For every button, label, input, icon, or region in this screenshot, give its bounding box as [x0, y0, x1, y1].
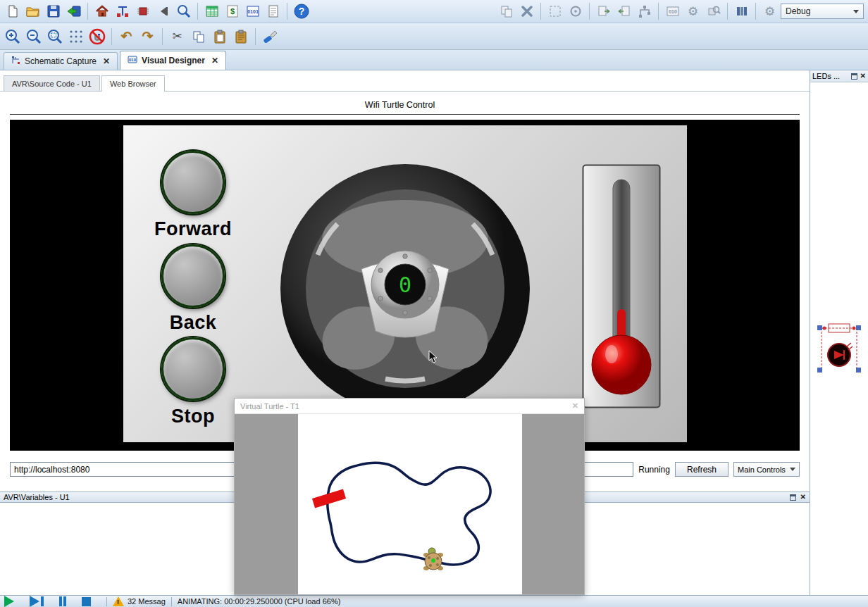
memory-icon[interactable]: [732, 2, 751, 21]
grid-icon[interactable]: [66, 27, 85, 46]
turtle-path: [328, 463, 490, 565]
led-schematic-preview: [816, 318, 862, 380]
debug-selector[interactable]: Debug: [781, 4, 864, 19]
leds-panel: LEDs ... ✕: [810, 70, 868, 595]
tab-visual-designer[interactable]: 010 Visual Designer ✕: [120, 51, 226, 70]
open-folder-icon[interactable]: [23, 2, 42, 21]
wheel-value: 0: [399, 273, 411, 297]
svg-text:$: $: [230, 7, 234, 15]
message-log-button[interactable]: ! 32 Messag: [113, 596, 166, 606]
application-window: $ 0101 ? 010 ⚙ ⚙ Debug ↶: [0, 0, 868, 607]
pause-button[interactable]: [59, 596, 66, 606]
zoom-in-icon[interactable]: [3, 27, 22, 46]
svg-text:?: ?: [298, 6, 304, 17]
bom-dollar-icon[interactable]: $: [223, 2, 242, 21]
play-button[interactable]: [4, 596, 14, 607]
status-bar: ! 32 Messag ANIMATING: 00:00:29.250000 (…: [0, 595, 868, 607]
mouse-cursor: [428, 350, 439, 364]
probe-tool-icon[interactable]: [261, 27, 280, 46]
undo-icon[interactable]: ↶: [117, 27, 136, 46]
steering-wheel[interactable]: 0: [280, 163, 531, 414]
title-divider: [10, 114, 800, 115]
dock-icon[interactable]: [851, 73, 857, 80]
tab-source-code[interactable]: AVR\Source Code - U1: [4, 75, 100, 91]
close-icon[interactable]: ✕: [860, 73, 866, 80]
notes-icon[interactable]: [264, 2, 283, 21]
spreadsheet-icon[interactable]: [202, 2, 221, 21]
turtle-sprite: [423, 548, 443, 570]
branch-icon[interactable]: [635, 2, 654, 21]
new-file-icon[interactable]: [3, 2, 22, 21]
thermometer-gauge: [582, 164, 661, 408]
back-label: Back: [123, 312, 264, 334]
virtual-turtle-body: [235, 414, 584, 594]
import-page-icon[interactable]: [614, 2, 633, 21]
tab-label: Web Browser: [110, 80, 156, 88]
save-icon[interactable]: [44, 2, 63, 21]
warning-icon: !: [113, 596, 124, 606]
svg-text:0101: 0101: [247, 9, 259, 14]
tab-web-browser[interactable]: Web Browser: [101, 75, 165, 92]
copy-icon[interactable]: [189, 27, 208, 46]
chevron-down-icon: [790, 468, 795, 471]
debug-selector-label: Debug: [786, 6, 810, 16]
controls-selector-label: Main Controls: [738, 465, 786, 474]
tab-label: Visual Designer: [142, 56, 205, 65]
frame-icon[interactable]: [545, 2, 564, 21]
home-icon[interactable]: [92, 2, 111, 21]
document-tab-bar: AVR\Source Code - U1 Web Browser: [0, 70, 810, 92]
help-icon[interactable]: ?: [292, 2, 311, 21]
chevron-down-icon: [853, 10, 859, 13]
target-icon[interactable]: [566, 2, 585, 21]
close-icon[interactable]: ✕: [572, 401, 578, 411]
svg-text:010: 010: [669, 9, 677, 14]
animation-status: ANIMATING: 00:00:29.250000 (CPU load 66%…: [178, 597, 341, 606]
controls-selector[interactable]: Main Controls: [733, 462, 800, 477]
edit-toolbar: ↶ ↷ ✂: [0, 23, 868, 50]
message-count: 32 Messag: [128, 597, 166, 606]
duplicate-icon[interactable]: [497, 2, 516, 21]
refresh-button[interactable]: Refresh: [675, 462, 728, 477]
binary-file-icon[interactable]: 0101: [243, 2, 262, 21]
binary-small-icon[interactable]: 010: [663, 2, 682, 21]
snap-off-icon[interactable]: [87, 27, 106, 46]
tab-schematic-capture[interactable]: Schematic Capture ✕: [4, 52, 118, 70]
tab-close-icon[interactable]: ✕: [103, 56, 110, 66]
dock-icon[interactable]: [790, 494, 796, 501]
cut-icon[interactable]: ✂: [168, 27, 187, 46]
visual-designer-tab-icon: 010: [128, 55, 137, 66]
svg-text:010: 010: [129, 58, 137, 62]
inspect-chip-icon[interactable]: [704, 2, 723, 21]
redo-icon[interactable]: ↷: [138, 27, 157, 46]
leds-panel-header: LEDs ... ✕: [810, 70, 868, 82]
tab-label: AVR\Source Code - U1: [12, 80, 92, 88]
virtual-turtle-titlebar[interactable]: Virtual Turtle - T1 ✕: [235, 399, 584, 414]
stop-button[interactable]: [161, 337, 225, 401]
stop-button[interactable]: [82, 597, 91, 606]
build-gear-icon[interactable]: ⚙: [683, 2, 702, 21]
export-page-icon[interactable]: [594, 2, 613, 21]
settings-gear-icon[interactable]: ⚙: [760, 2, 779, 21]
marker-icon[interactable]: [154, 2, 173, 21]
virtual-turtle-title: Virtual Turtle - T1: [240, 402, 299, 411]
zoom-area-icon[interactable]: [45, 27, 64, 46]
tab-label: Schematic Capture: [25, 56, 97, 66]
import-design-icon[interactable]: [64, 2, 83, 21]
control-panel: Forward Back Stop: [123, 125, 687, 442]
page-title: Wifi Turtle Control: [0, 100, 800, 110]
close-icon[interactable]: ✕: [800, 494, 806, 501]
chip-icon[interactable]: [133, 2, 152, 21]
paste-icon[interactable]: [210, 27, 229, 46]
step-button[interactable]: [30, 596, 44, 607]
clipboard-icon[interactable]: [231, 27, 250, 46]
netlist-icon[interactable]: [113, 2, 132, 21]
back-button[interactable]: [161, 244, 225, 308]
search-icon[interactable]: [174, 2, 193, 21]
editor-tab-bar: Schematic Capture ✕ 010 Visual Designer …: [0, 50, 868, 70]
zoom-out-icon[interactable]: [24, 27, 43, 46]
main-toolbar: $ 0101 ? 010 ⚙ ⚙ Debug: [0, 0, 868, 23]
delete-icon[interactable]: [517, 2, 536, 21]
leds-panel-title: LEDs ...: [812, 72, 848, 80]
tab-close-icon[interactable]: ✕: [211, 56, 218, 65]
forward-button[interactable]: [161, 151, 225, 214]
